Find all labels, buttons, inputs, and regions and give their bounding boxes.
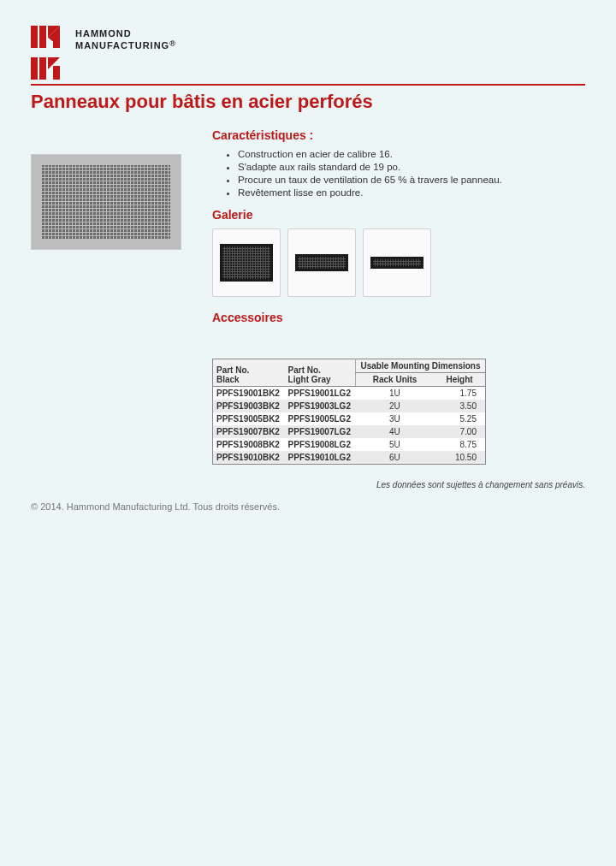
gallery-thumb[interactable] (363, 228, 431, 297)
brand-line1: HAMMOND (75, 27, 176, 39)
cell-ru: 1U (356, 386, 435, 400)
cell-black: PPFS19007BK2 (213, 425, 285, 438)
table-row: PPFS19007BK2PPFS19007LG24U7.00 (213, 425, 486, 438)
brand-logo: HAMMOND MANUFACTURING® (31, 26, 585, 52)
table-row: PPFS19001BK2PPFS19001LG21U1.75 (213, 386, 486, 400)
col-height: Height (434, 372, 485, 386)
cell-ru: 3U (356, 412, 435, 425)
brand-text: HAMMOND MANUFACTURING® (75, 27, 176, 52)
cell-gray: PPFS19007LG2 (285, 425, 356, 438)
table-row: PPFS19003BK2PPFS19003LG22U3.50 (213, 400, 486, 412)
svg-rect-0 (31, 26, 38, 48)
cell-height: 10.50 (434, 451, 485, 465)
hero-image (31, 154, 181, 250)
table-row: PPFS19010BK2PPFS19010LG26U10.50 (213, 451, 486, 465)
accessories-heading: Accessoires (212, 311, 585, 324)
gallery-heading: Galerie (212, 208, 585, 222)
cell-black: PPFS19008BK2 (213, 438, 285, 451)
features-list: Construction en acier de calibre 16. S'a… (212, 149, 585, 198)
gallery-thumb[interactable] (212, 228, 281, 297)
disclaimer: Les données sont sujettes à changement s… (212, 480, 585, 489)
cell-black: PPFS19005BK2 (213, 412, 285, 425)
col-black: Part No. Black (213, 359, 285, 386)
page-title: Panneaux pour bâtis en acier perforés (31, 91, 585, 113)
col-group: Usable Mounting Dimensions (356, 359, 486, 372)
title-rule (31, 84, 585, 86)
gallery (212, 228, 585, 297)
cell-height: 7.00 (434, 425, 485, 438)
svg-rect-5 (31, 57, 38, 80)
cell-gray: PPFS19003LG2 (285, 400, 356, 412)
feature-item: Construction en acier de calibre 16. (238, 149, 585, 159)
cell-ru: 4U (356, 425, 435, 438)
copyright: © 2014. Hammond Manufacturing Ltd. Tous … (31, 501, 585, 512)
cell-gray: PPFS19005LG2 (285, 412, 356, 425)
svg-rect-8 (53, 66, 60, 80)
feature-item: Revêtement lisse en poudre. (238, 187, 585, 198)
feature-item: Procure un taux de ventilation de 65 % à… (238, 175, 585, 185)
cell-gray: PPFS19010LG2 (285, 451, 356, 465)
cell-height: 5.25 (434, 412, 485, 425)
spec-table: Part No. Black Part No. Light Gray Usabl… (212, 359, 486, 465)
svg-rect-6 (39, 57, 46, 80)
cell-ru: 2U (356, 400, 435, 412)
cell-ru: 5U (356, 438, 435, 451)
cell-gray: PPFS19001LG2 (285, 386, 356, 400)
col-ru: Rack Units (356, 372, 435, 386)
cell-gray: PPFS19008LG2 (285, 438, 356, 451)
features-heading: Caractéristiques : (212, 128, 585, 142)
gallery-thumb[interactable] (287, 228, 356, 297)
cell-black: PPFS19010BK2 (213, 451, 285, 465)
cell-height: 3.50 (434, 400, 485, 412)
table-row: PPFS19008BK2PPFS19008LG25U8.75 (213, 438, 486, 451)
cell-black: PPFS19003BK2 (213, 400, 285, 412)
cell-height: 1.75 (434, 386, 485, 400)
cell-ru: 6U (356, 451, 435, 465)
brand-line2: MANUFACTURING® (75, 39, 176, 51)
table-row: PPFS19005BK2PPFS19005LG23U5.25 (213, 412, 486, 425)
logo-sub-icon (31, 57, 585, 82)
col-gray: Part No. Light Gray (285, 359, 356, 386)
cell-height: 8.75 (434, 438, 485, 451)
svg-rect-4 (53, 34, 60, 48)
svg-rect-1 (39, 26, 46, 48)
cell-black: PPFS19001BK2 (213, 386, 285, 400)
feature-item: S'adapte aux rails standard de 19 po. (238, 162, 585, 172)
logo-mark-icon (31, 26, 67, 48)
